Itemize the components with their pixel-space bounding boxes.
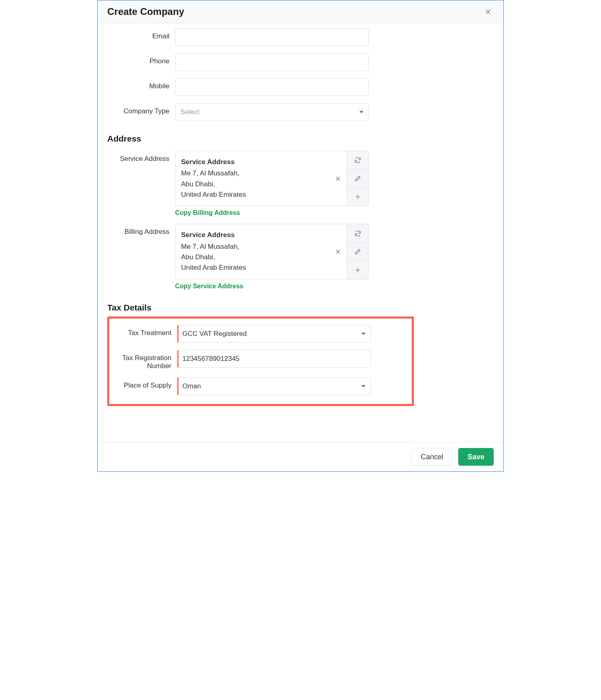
billing-address-line2: Abu Dhabi, (181, 252, 330, 262)
required-indicator (177, 350, 179, 368)
place-of-supply-value: Oman (182, 382, 201, 390)
company-type-select[interactable]: Select (175, 103, 369, 121)
address-heading: Address (107, 134, 494, 144)
company-type-placeholder: Select (180, 108, 199, 116)
close-icon[interactable] (482, 6, 494, 17)
billing-address-actions (347, 224, 369, 279)
trn-label: Tax Registration Number (109, 350, 177, 370)
billing-address-line1: Me 7, Al Mussafah, (181, 242, 330, 252)
cancel-button[interactable]: Cancel (411, 448, 453, 466)
phone-label: Phone (107, 53, 175, 65)
dialog-body: Email Phone Mobile Company Type Select (98, 23, 503, 442)
billing-address-line3: United Arab Emirates (181, 262, 330, 273)
chevron-down-icon (361, 385, 365, 388)
copy-billing-address-link[interactable]: Copy Billing Address (175, 209, 240, 217)
save-button[interactable]: Save (458, 448, 494, 466)
service-address-actions (347, 151, 369, 206)
required-indicator (177, 325, 179, 343)
chevron-down-icon (361, 333, 365, 335)
copy-service-address-link[interactable]: Copy Service Address (175, 283, 243, 290)
dialog-titlebar: Create Company (98, 0, 503, 23)
mobile-label: Mobile (107, 78, 175, 90)
service-address-line1: Me 7, Al Mussafah, (181, 168, 330, 179)
service-address-clear-icon[interactable] (333, 174, 343, 183)
billing-address-card: Service Address Me 7, Al Mussafah, Abu D… (175, 224, 347, 279)
create-company-dialog: Create Company Email Phone Mobile (97, 0, 504, 472)
tax-treatment-value: GCC VAT Registered (182, 330, 247, 338)
billing-address-card-title: Service Address (181, 230, 330, 240)
service-address-refresh-button[interactable] (347, 151, 368, 169)
email-label: Email (107, 28, 175, 40)
trn-input[interactable] (177, 350, 371, 368)
service-address-card-title: Service Address (181, 157, 330, 167)
tax-details-highlight-box: Tax Treatment GCC VAT Registered Tax Reg… (107, 317, 414, 406)
email-input[interactable] (175, 28, 369, 46)
place-of-supply-label: Place of Supply (109, 377, 177, 390)
service-address-label: Service Address (107, 151, 175, 163)
place-of-supply-select[interactable]: Oman (177, 377, 371, 395)
tax-treatment-label: Tax Treatment (109, 325, 177, 337)
tax-treatment-select[interactable]: GCC VAT Registered (177, 325, 371, 343)
dialog-title: Create Company (107, 6, 184, 17)
billing-address-refresh-button[interactable] (347, 224, 368, 242)
required-indicator (177, 377, 179, 395)
company-type-label: Company Type (107, 103, 175, 115)
billing-address-add-button[interactable] (347, 260, 368, 279)
service-address-line3: United Arab Emirates (181, 190, 330, 200)
dialog-footer: Cancel Save (98, 442, 503, 471)
chevron-down-icon (359, 111, 363, 113)
service-address-add-button[interactable] (347, 188, 368, 206)
tax-details-heading: Tax Details (107, 303, 494, 312)
billing-address-label: Billing Address (107, 224, 175, 236)
service-address-line2: Abu Dhabi, (181, 179, 330, 190)
phone-input[interactable] (175, 53, 369, 71)
billing-address-edit-button[interactable] (347, 242, 368, 260)
service-address-card: Service Address Me 7, Al Mussafah, Abu D… (175, 151, 347, 206)
service-address-edit-button[interactable] (347, 169, 368, 187)
billing-address-clear-icon[interactable] (333, 247, 343, 256)
mobile-input[interactable] (175, 78, 369, 96)
